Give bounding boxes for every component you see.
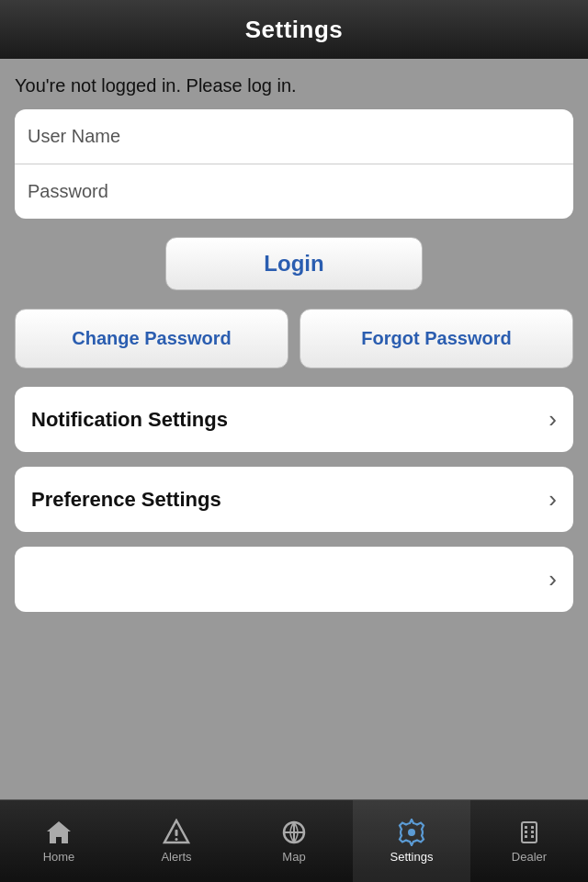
main-content: You're not logged in. Please log in. Log… xyxy=(0,59,588,799)
login-form xyxy=(15,109,573,219)
forgot-password-button[interactable]: Forgot Password xyxy=(300,309,573,368)
tab-settings[interactable]: Settings xyxy=(353,800,470,882)
svg-rect-6 xyxy=(522,822,537,842)
svg-rect-7 xyxy=(525,826,527,829)
login-button[interactable]: Login xyxy=(165,237,423,290)
preference-settings-item[interactable]: Preference Settings › xyxy=(15,467,573,532)
svg-rect-0 xyxy=(175,830,178,836)
tab-map-label: Map xyxy=(282,850,305,864)
svg-rect-8 xyxy=(525,831,527,833)
password-buttons-row: Change Password Forgot Password xyxy=(15,309,573,368)
notification-settings-label: Notification Settings xyxy=(31,408,228,432)
app-header: Settings xyxy=(0,0,588,59)
tab-bar: Home Alerts Map Settings xyxy=(0,799,588,882)
svg-rect-10 xyxy=(531,826,534,829)
svg-rect-12 xyxy=(531,835,534,838)
tab-dealer-label: Dealer xyxy=(512,850,547,864)
chevron-right-icon-2: › xyxy=(548,485,557,514)
page-title: Settings xyxy=(245,16,344,44)
username-input[interactable] xyxy=(15,109,573,164)
chevron-right-icon: › xyxy=(548,405,557,434)
tab-settings-label: Settings xyxy=(390,850,434,864)
tab-dealer[interactable]: Dealer xyxy=(470,800,588,882)
settings-icon xyxy=(398,819,425,846)
dealer-icon xyxy=(515,819,543,846)
svg-point-1 xyxy=(175,838,178,841)
svg-rect-11 xyxy=(531,831,534,833)
tab-map[interactable]: Map xyxy=(235,800,353,882)
alerts-icon xyxy=(163,819,190,846)
svg-point-5 xyxy=(408,829,415,836)
tab-home[interactable]: Home xyxy=(0,800,118,882)
tab-alerts[interactable]: Alerts xyxy=(118,800,235,882)
not-logged-in-message: You're not logged in. Please log in. xyxy=(15,75,573,96)
preference-settings-label: Preference Settings xyxy=(31,488,221,512)
notification-settings-item[interactable]: Notification Settings › xyxy=(15,387,573,452)
change-password-button[interactable]: Change Password xyxy=(15,309,288,368)
map-icon xyxy=(280,819,308,846)
tab-alerts-label: Alerts xyxy=(161,850,191,864)
password-input[interactable] xyxy=(15,164,573,219)
chevron-right-icon-3: › xyxy=(548,565,557,594)
tab-home-label: Home xyxy=(43,850,75,864)
partial-settings-item[interactable]: › xyxy=(15,547,573,612)
svg-rect-9 xyxy=(525,835,527,838)
home-icon xyxy=(45,819,73,846)
login-button-wrapper: Login xyxy=(15,237,573,290)
